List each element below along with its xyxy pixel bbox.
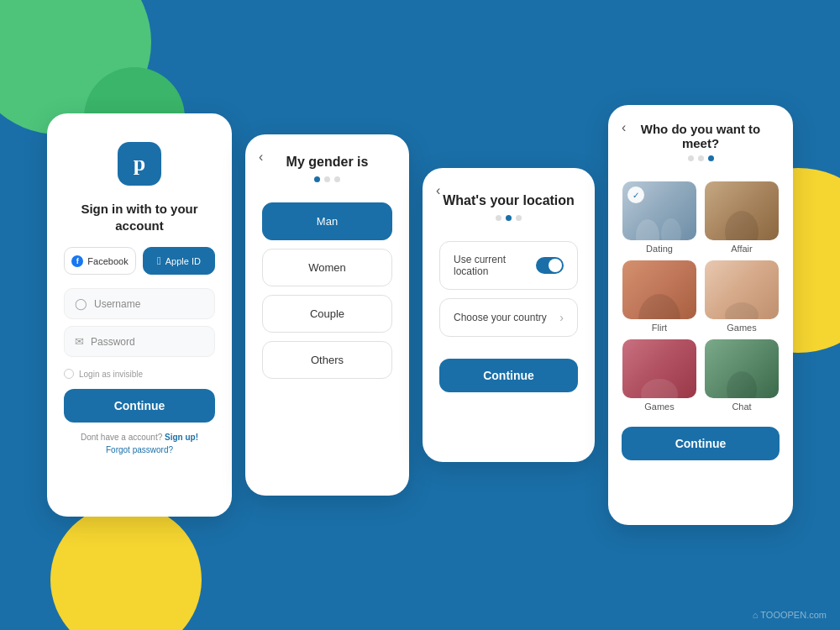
svg-point-5 xyxy=(641,379,678,398)
apple-button[interactable]:  Apple ID xyxy=(143,247,215,275)
gender-title: My gender is xyxy=(286,155,369,170)
signup-link[interactable]: Sign up! xyxy=(165,433,198,442)
gender-options: Man Women Couple Others xyxy=(262,202,392,379)
signin-continue-button[interactable]: Continue xyxy=(64,389,215,423)
gender-card: ‹ My gender is Man Women Couple Others xyxy=(245,134,409,496)
meet-continue-button[interactable]: Continue xyxy=(622,427,780,460)
dot-2 xyxy=(324,176,330,182)
gender-women-button[interactable]: Women xyxy=(262,249,392,286)
meet-item-chat[interactable]: Chat xyxy=(704,339,780,412)
signin-card: p Sign in with to your account f Faceboo… xyxy=(47,113,232,517)
svg-point-1 xyxy=(661,218,681,240)
meet-dot-3 xyxy=(708,155,714,161)
chevron-right-icon: › xyxy=(559,311,564,324)
app-logo: p xyxy=(118,142,161,186)
dot-3 xyxy=(334,176,340,182)
social-buttons: f Facebook  Apple ID xyxy=(64,247,215,275)
password-field[interactable]: ✉ Password xyxy=(64,326,215,357)
meet-back-button[interactable]: ‹ xyxy=(622,120,626,135)
loc-dot-3 xyxy=(516,215,522,221)
lock-icon: ✉ xyxy=(75,335,84,348)
meet-label-games: Games xyxy=(727,323,756,333)
meet-dots xyxy=(688,155,714,161)
toggle-knob xyxy=(549,259,562,272)
use-location-option[interactable]: Use current location xyxy=(439,241,578,290)
meet-img-games xyxy=(705,260,779,319)
meet-label-chat: Chat xyxy=(732,402,751,412)
gender-others-button[interactable]: Others xyxy=(262,341,392,379)
location-title: What's your location xyxy=(443,193,575,208)
location-continue-button[interactable]: Continue xyxy=(439,359,578,392)
username-placeholder: Username xyxy=(94,298,140,310)
meet-title: Who do you want to meet? xyxy=(622,122,780,150)
signup-text: Dont have a account? Sign up! xyxy=(81,433,198,442)
gender-couple-button[interactable]: Couple xyxy=(262,295,392,333)
user-icon: ◯ xyxy=(75,297,87,310)
dot-1 xyxy=(314,176,320,182)
meet-label-games2: Games xyxy=(644,402,674,412)
svg-point-3 xyxy=(638,294,680,319)
meet-img-affair xyxy=(705,181,779,240)
meet-card: ‹ Who do you want to meet? ✓ Dating xyxy=(608,105,793,525)
meet-item-affair[interactable]: Affair xyxy=(704,181,780,254)
location-back-button[interactable]: ‹ xyxy=(436,183,440,198)
invisible-check[interactable]: Login as invisible xyxy=(64,369,143,379)
location-card: ‹ What's your location Use current locat… xyxy=(423,168,595,462)
use-location-label: Use current location xyxy=(454,254,536,277)
svg-point-2 xyxy=(725,211,759,240)
cards-container: p Sign in with to your account f Faceboo… xyxy=(0,0,840,630)
loc-dot-2 xyxy=(506,215,512,221)
invisible-checkbox[interactable] xyxy=(64,369,74,379)
password-placeholder: Password xyxy=(91,336,135,348)
facebook-button[interactable]: f Facebook xyxy=(64,247,136,275)
meet-item-games2[interactable]: Games xyxy=(622,339,697,412)
choose-country-label: Choose your country xyxy=(454,312,547,323)
svg-point-0 xyxy=(636,219,659,240)
meet-label-flirt: Flirt xyxy=(652,323,667,333)
meet-item-flirt[interactable]: Flirt xyxy=(622,260,697,333)
app-logo-letter: p xyxy=(134,151,145,176)
gender-back-button[interactable]: ‹ xyxy=(259,150,263,165)
meet-img-chat xyxy=(705,339,779,398)
gender-man-button[interactable]: Man xyxy=(262,202,392,240)
meet-dot-2 xyxy=(698,155,704,161)
meet-item-games[interactable]: Games xyxy=(704,260,780,333)
meet-item-dating[interactable]: ✓ Dating xyxy=(622,181,697,254)
location-dots xyxy=(496,215,522,221)
apple-icon:  xyxy=(157,255,161,267)
gender-dots xyxy=(314,176,340,182)
invisible-label: Login as invisible xyxy=(79,370,143,379)
meet-img-flirt xyxy=(622,260,696,319)
meet-img-games2 xyxy=(622,339,696,398)
meet-label-dating: Dating xyxy=(646,244,673,254)
meet-dot-1 xyxy=(688,155,694,161)
location-toggle[interactable] xyxy=(536,257,564,274)
facebook-icon: f xyxy=(71,255,83,267)
choose-country-option[interactable]: Choose your country › xyxy=(439,298,578,337)
signin-title: Sign in with to your account xyxy=(64,201,215,234)
forgot-password-link[interactable]: Forgot password? xyxy=(106,445,173,454)
svg-point-6 xyxy=(727,371,757,398)
loc-dot-1 xyxy=(496,215,501,221)
svg-point-4 xyxy=(725,302,759,319)
meet-label-affair: Affair xyxy=(731,244,752,254)
username-field[interactable]: ◯ Username xyxy=(64,288,215,319)
meet-img-dating: ✓ xyxy=(622,181,696,240)
meet-grid: ✓ Dating Affair xyxy=(622,181,780,412)
